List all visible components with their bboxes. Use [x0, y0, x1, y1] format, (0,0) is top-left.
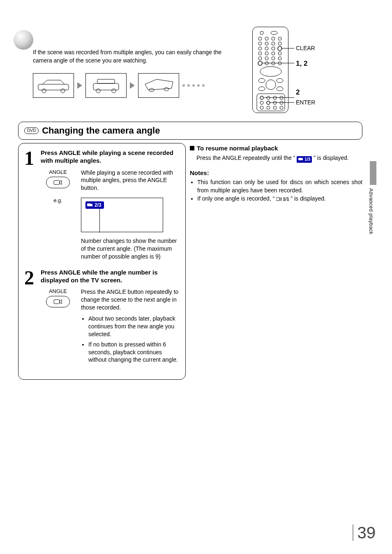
svg-point-54 — [280, 106, 283, 109]
section-title-box: DVD Changing the camera angle — [18, 122, 362, 140]
resume-text-b: ” is displayed. — [314, 155, 349, 161]
svg-point-39 — [266, 80, 276, 90]
car-icon — [140, 76, 177, 95]
svg-point-23 — [278, 46, 282, 51]
intro-text: If the scene was recorded from multiple … — [33, 48, 234, 65]
svg-point-30 — [272, 57, 275, 60]
note-2-b: ” is displayed. — [291, 195, 326, 202]
angle-button-icon — [46, 296, 70, 307]
notes-heading: Notes: — [190, 169, 362, 176]
car-angle-1 — [33, 73, 74, 98]
svg-point-16 — [258, 42, 262, 45]
car-icon — [88, 76, 125, 95]
svg-point-52 — [267, 106, 270, 109]
svg-point-3 — [61, 89, 65, 93]
svg-point-29 — [265, 57, 268, 60]
svg-point-10 — [260, 31, 263, 35]
svg-point-37 — [258, 78, 265, 83]
remote-label-1-2: 1, 2 — [296, 60, 307, 68]
svg-point-2 — [42, 89, 46, 93]
angle-chip-value: 1/3 — [304, 157, 310, 162]
side-tab-label: Advanced playback — [368, 188, 374, 235]
step-2: 2 Press ANGLE while the angle number is … — [24, 269, 180, 367]
angle-icon-value: 1/1 — [283, 196, 289, 203]
svg-point-44 — [267, 96, 270, 99]
svg-point-19 — [278, 42, 281, 45]
arrow-icon — [77, 82, 82, 89]
svg-point-25 — [265, 52, 268, 55]
angle-illustration-row — [33, 73, 205, 98]
angle-button-label: ANGLE — [41, 169, 75, 175]
svg-point-32 — [258, 61, 262, 65]
side-tab-bar — [370, 161, 376, 185]
step-2-heading: Press ANGLE while the angle number is di… — [41, 269, 180, 284]
car-icon — [35, 76, 72, 95]
svg-point-28 — [258, 57, 262, 60]
svg-point-24 — [258, 52, 262, 55]
svg-point-35 — [278, 62, 281, 65]
svg-point-12 — [258, 37, 262, 40]
section-title: Changing the camera angle — [42, 125, 160, 136]
svg-point-14 — [272, 37, 275, 40]
svg-point-47 — [260, 101, 263, 104]
arrow-icon — [130, 82, 135, 89]
square-bullet-icon — [190, 146, 194, 150]
svg-rect-55 — [54, 180, 60, 185]
resume-heading-text: To resume normal playback — [197, 145, 278, 152]
svg-point-15 — [278, 37, 281, 40]
remote-outline — [252, 27, 288, 113]
steps-box: 1 Press ANGLE while playing a scene reco… — [18, 143, 186, 380]
step-1-heading: Press ANGLE while playing a scene record… — [41, 149, 180, 165]
remote-label-enter: ENTER — [296, 99, 315, 106]
step-1-desc: While playing a scene recorded with mult… — [81, 169, 180, 192]
svg-point-13 — [265, 37, 268, 40]
osd-value: 2/3 — [95, 202, 101, 208]
resume-text-a: Press the ANGLE repeatedly until the “ — [196, 155, 295, 161]
remote-diagram: CLEAR 1, 2 2 ENTER — [252, 27, 367, 113]
osd-example-box: 2/3 — [81, 198, 163, 232]
svg-point-34 — [272, 62, 275, 65]
svg-rect-57 — [54, 300, 60, 304]
svg-point-50 — [280, 101, 283, 104]
angle-icon-1-1: 1/1 — [276, 196, 289, 203]
svg-rect-58 — [298, 158, 302, 160]
note-2: If only one angle is recorded, “ 1/1 ” i… — [197, 194, 362, 203]
page-number: 39 — [353, 524, 376, 541]
osd-chip: 2/3 — [85, 201, 104, 209]
car-angle-2 — [85, 73, 127, 98]
svg-point-49 — [273, 101, 277, 104]
resume-heading: To resume normal playback — [190, 145, 362, 152]
svg-point-33 — [265, 62, 268, 65]
svg-point-48 — [267, 101, 270, 104]
right-column: To resume normal playback Press the ANGL… — [190, 145, 362, 203]
svg-point-36 — [260, 67, 281, 76]
svg-point-18 — [272, 42, 275, 45]
svg-point-0 — [14, 30, 33, 50]
dvd-badge: DVD — [24, 127, 39, 134]
svg-point-40 — [258, 87, 265, 91]
note-2-a: If only one angle is recorded, “ — [197, 195, 274, 202]
remote-label-2: 2 — [296, 88, 300, 97]
svg-point-7 — [112, 89, 116, 93]
angle-button-icon — [46, 177, 70, 188]
svg-point-26 — [272, 52, 275, 55]
svg-rect-56 — [87, 203, 91, 206]
svg-point-9 — [164, 88, 169, 91]
svg-rect-59 — [276, 198, 280, 201]
svg-point-41 — [277, 87, 283, 91]
svg-point-51 — [260, 106, 263, 109]
ellipsis-dots — [182, 84, 205, 87]
svg-point-46 — [280, 96, 283, 99]
angle-button-label: ANGLE — [41, 288, 75, 294]
side-tab: Advanced playback — [368, 161, 378, 235]
step-2-desc: Press the ANGLE button repeatedly to cha… — [81, 288, 180, 312]
svg-point-17 — [265, 42, 268, 45]
osd-caption: Number changes to show the number of the… — [81, 237, 180, 261]
decorative-sphere-icon — [12, 29, 35, 51]
svg-point-43 — [260, 96, 263, 99]
eg-label: e.g. — [41, 197, 75, 203]
svg-point-6 — [96, 89, 100, 93]
step-2-bullet-1: About two seconds later, playback contin… — [88, 315, 180, 338]
svg-point-38 — [277, 78, 283, 83]
remote-label-clear: CLEAR — [296, 45, 315, 51]
